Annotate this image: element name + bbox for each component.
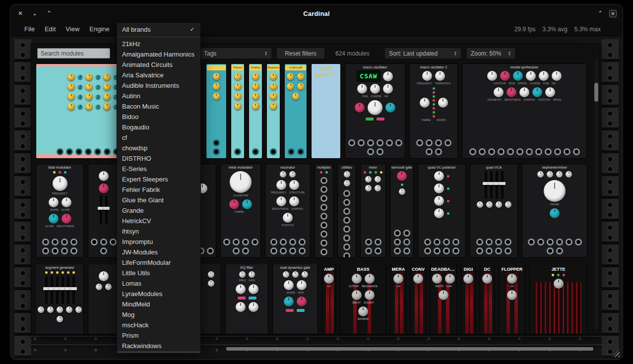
module-card[interactable]: BASSCUTOFFRESONANCEDECAYACCENTENVMOD xyxy=(340,264,386,334)
window-close-icon[interactable]: ✕ xyxy=(16,10,24,17)
brand-menu-item[interactable]: LyraeModules xyxy=(117,289,200,299)
check-icon: ✓ xyxy=(190,26,194,33)
tags-select[interactable]: Tags ▲▼ xyxy=(200,48,271,59)
port xyxy=(85,148,92,155)
module-card[interactable]: quad VC-polarizer xyxy=(418,164,465,257)
port xyxy=(495,239,502,245)
brand-menu-item[interactable]: Rackwindows xyxy=(117,341,200,351)
brand-menu-item[interactable]: Aria Salvatrice xyxy=(117,70,200,80)
module-card[interactable]: utilities xyxy=(338,164,356,257)
module-title: UnDuLaR xyxy=(285,65,306,70)
module-card[interactable]: mixer xyxy=(361,164,385,257)
module-card[interactable] xyxy=(88,164,119,257)
menu-view[interactable]: View xyxy=(61,25,84,33)
updown-icon: ▲▼ xyxy=(508,51,511,56)
module-card[interactable]: resonatorFREQUENCYSTRUCTUREBRIGHTNESSDAM… xyxy=(265,164,310,257)
horizontal-scrollbar-thumb[interactable] xyxy=(226,347,593,351)
brand-menu-item[interactable]: cf xyxy=(117,132,200,143)
module-card[interactable]: tidal modulatorFREQUENCYSHAPESLOPESLOPES… xyxy=(36,164,83,257)
brand-menu-item[interactable]: Bacon Music xyxy=(117,101,200,112)
window-minimize-icon[interactable]: ⌄ xyxy=(31,10,39,17)
port xyxy=(66,148,73,155)
vertical-scrollbar-thumb[interactable] xyxy=(594,83,598,102)
reset-filters-button[interactable]: Reset filters xyxy=(277,48,324,59)
port xyxy=(556,247,563,254)
module-card[interactable]: multiples xyxy=(315,164,333,257)
menu-file[interactable]: File xyxy=(19,25,40,33)
module-card[interactable]: keyframer/mixerFRAME xyxy=(522,164,587,257)
module-card[interactable]: macro oscillatorCSAWFINECOARSEFM xyxy=(345,64,405,158)
menu-edit[interactable]: Edit xyxy=(40,25,61,33)
close-box-icon[interactable]: ✕ xyxy=(609,10,617,17)
module-card[interactable]: bernoulli gate xyxy=(390,164,413,257)
module-card[interactable]: quad VCA xyxy=(470,164,517,257)
brand-menu-item-all[interactable]: All brands ✓ xyxy=(117,24,200,35)
brand-menu-item[interactable]: JW-Modules xyxy=(117,247,200,257)
brand-menu-item[interactable]: Glue the Giant xyxy=(117,195,200,205)
brand-menu-item[interactable]: ihtsyn xyxy=(117,226,200,237)
brand-menu-item[interactable]: Audible Instruments xyxy=(117,80,200,91)
port xyxy=(343,190,350,197)
brand-menu-item[interactable]: HetrickCV xyxy=(117,216,200,226)
brand-menu-item[interactable]: DISTRHO xyxy=(117,153,200,164)
brand-menu-item[interactable]: Impromptu xyxy=(117,237,200,247)
menu-engine[interactable]: Engine xyxy=(84,25,114,33)
module-card[interactable]: Aria Salvatrice xyxy=(312,64,340,158)
module-card[interactable]: Grabby xyxy=(249,64,262,158)
brand-menu-item[interactable]: chowdsp xyxy=(117,143,200,153)
shade-icon[interactable]: ⌃ xyxy=(596,10,604,17)
search-input[interactable] xyxy=(37,48,110,59)
brand-menu-item[interactable]: Fehler Fabrik xyxy=(117,184,200,195)
module-card[interactable] xyxy=(206,64,226,158)
brand-menu-item[interactable]: MindMeld xyxy=(117,299,200,309)
module-card[interactable] xyxy=(201,264,221,334)
sort-select-label: Sort: Last updated xyxy=(389,50,438,57)
module-card[interactable]: Pokies xyxy=(231,64,244,158)
module-card[interactable]: dual dynamics gateSHAPEMOD xyxy=(273,264,317,334)
brand-menu-item[interactable]: Bidoo xyxy=(117,112,200,122)
module-card[interactable]: segment generator xyxy=(36,264,83,334)
module-card[interactable]: EQ filterFREQGAIN xyxy=(226,264,268,334)
brand-menu-item[interactable]: Expert Sleepers xyxy=(117,174,200,184)
module-card[interactable]: MERACV xyxy=(391,264,406,334)
vertical-scrollbar[interactable] xyxy=(594,59,598,330)
brand-menu-item[interactable]: LifeFormModular xyxy=(117,257,200,268)
module-art xyxy=(267,71,280,158)
zoom-select[interactable]: Zoom: 50% ▲▼ xyxy=(467,48,515,59)
module-card[interactable]: Rotatoes xyxy=(267,64,280,158)
module-card[interactable]: FLOPPERCV xyxy=(499,264,525,334)
sort-select[interactable]: Sort: Last updated ▲▼ xyxy=(385,48,461,59)
brand-menu-item[interactable]: Lomas xyxy=(117,278,200,289)
brand-menu-item[interactable]: Animated Circuits xyxy=(117,60,200,70)
menu-scrollbar[interactable] xyxy=(117,351,200,353)
brand-menu-item[interactable]: 21kHz xyxy=(117,39,200,49)
module-card[interactable]: AMPCV xyxy=(322,264,335,334)
module-card[interactable] xyxy=(88,264,119,334)
module-card[interactable]: CONV xyxy=(411,264,426,334)
module-card[interactable]: meta modulatorALGORITHMTIMBRE xyxy=(221,164,260,257)
brand-menu-item[interactable]: E-Series xyxy=(117,164,200,174)
module-card[interactable]: modal synthesizerCONTOURBOWSTRIKECOARSEF… xyxy=(462,64,586,158)
module-card[interactable]: JETTE xyxy=(530,264,587,334)
module-card[interactable]: DIGI xyxy=(461,264,475,334)
window-maximize-icon[interactable]: ⌃ xyxy=(45,10,53,17)
brand-menu-item[interactable]: Grande xyxy=(117,205,200,216)
module-art xyxy=(361,170,385,257)
brand-menu-item[interactable]: Amalgamated Harmonics xyxy=(117,49,200,60)
module-art: FREQGAIN xyxy=(226,270,268,334)
module-card[interactable]: DEADBANDWIDTHGAP xyxy=(431,264,456,334)
brand-menu-item[interactable]: mscHack xyxy=(117,320,200,330)
brand-menu-item[interactable]: Mog xyxy=(117,309,200,320)
brand-menu-item[interactable]: Prism xyxy=(117,330,200,341)
module-art xyxy=(470,170,517,257)
avg-stat: 3.3% avg xyxy=(543,26,568,33)
module-card[interactable]: DC xyxy=(480,264,494,334)
brand-menu-item[interactable]: Autinn xyxy=(117,91,200,101)
brand-menu-item[interactable]: Little Utils xyxy=(117,268,200,278)
port xyxy=(42,239,49,245)
port xyxy=(70,239,77,245)
brand-menu-item[interactable]: Bogaudio xyxy=(117,122,200,132)
module-card[interactable]: UnDuLaR xyxy=(285,64,307,158)
module-card[interactable]: macro oscillator 2FREQUENCYHARMONICSTIMB… xyxy=(410,64,457,158)
port xyxy=(444,139,451,146)
